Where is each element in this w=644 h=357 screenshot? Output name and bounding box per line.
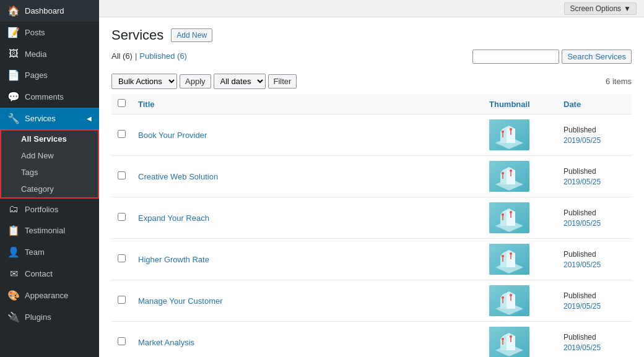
sidebar-item-comments[interactable]: 💬 Comments [0,86,99,108]
row-checkbox[interactable] [118,337,126,345]
row-checkbox-cell [111,114,132,156]
sidebar-item-contact[interactable]: ✉ Contact [0,263,99,285]
filter-published-link[interactable]: Published (6) [139,51,187,61]
services-table: Title Thumbnail Date Book Your Provider [111,94,632,357]
media-icon: 🖼 [7,48,20,59]
sidebar-item-label: Posts [25,28,45,37]
sidebar-item-posts[interactable]: 📝 Posts [0,22,99,43]
row-date-link[interactable]: 2019/05/25 [564,343,601,352]
row-date-link[interactable]: 2019/05/25 [564,219,601,228]
page-header: Services Add New [111,27,632,43]
sidebar-item-label: Comments [25,92,64,101]
header-thumbnail: Thumbnail [483,94,557,114]
table-row: Higher Growth Rate [111,239,632,280]
sidebar-item-label: Portfolios [25,205,58,214]
thumbnail-image [489,202,529,233]
row-thumbnail-cell [483,239,557,280]
svg-point-34 [502,255,504,257]
sidebar-item-team[interactable]: 👤 Team [0,241,99,263]
filter-button[interactable]: Filter [268,74,297,88]
sidebar-item-label: Plugins [25,312,51,322]
sidebar-item-add-new[interactable]: Add New [1,147,98,164]
row-checkbox-cell [111,197,132,239]
row-title-link[interactable]: Expand Your Reach [138,213,209,223]
row-checkbox-cell [111,280,132,322]
row-status: Published [564,291,625,300]
row-title-cell: Market Analysis [132,322,483,358]
row-status: Published [564,167,625,176]
contact-icon: ✉ [7,268,20,280]
svg-point-25 [502,213,504,216]
row-title-cell: Book Your Provider [132,114,483,156]
sidebar-item-pages[interactable]: 📄 Pages [0,64,99,86]
header-date: Date [557,94,632,114]
svg-point-41 [510,294,512,296]
main-area: Screen Options ▼ Services Add New All (6… [99,0,644,357]
row-status: Published [564,250,625,259]
row-date-link[interactable]: 2019/05/25 [564,178,601,186]
row-title-link[interactable]: Creative Web Solution [138,172,218,181]
sidebar-item-label: Appearance [25,291,68,300]
svg-point-14 [510,170,512,172]
sidebar-item-appearance[interactable]: 🎨 Appearance [0,285,99,306]
row-title-link[interactable]: Market Analysis [138,338,194,347]
bulk-actions-select[interactable]: Bulk Actions [111,74,177,89]
row-date-cell: Published 2019/05/25 [557,280,632,322]
plugins-icon: 🔌 [7,311,20,323]
row-checkbox[interactable] [118,171,126,179]
svg-point-52 [502,338,504,340]
table-row: Book Your Provider [111,114,632,156]
row-title-link[interactable]: Higher Growth Rate [138,255,209,264]
sidebar-item-label: Dashboard [25,6,64,15]
row-date-link[interactable]: 2019/05/25 [564,302,601,311]
row-checkbox[interactable] [118,254,126,262]
row-title-link[interactable]: Book Your Provider [138,131,207,140]
table-row: Market Analysis [111,322,632,358]
topbar: Screen Options ▼ [99,0,644,17]
sidebar-item-plugins[interactable]: 🔌 Plugins [0,306,99,328]
sidebar-item-all-services[interactable]: All Services [1,131,98,147]
sidebar-item-category[interactable]: Category [1,181,98,197]
search-services-button[interactable]: Search Services [562,49,632,64]
table-body: Book Your Provider [111,114,632,358]
row-date-cell: Published 2019/05/25 [557,239,632,280]
row-title-link[interactable]: Manage Your Customer [138,296,223,306]
chevron-icon: ◀ [87,115,92,122]
row-checkbox[interactable] [118,213,126,221]
svg-point-23 [510,211,512,213]
screen-options-button[interactable]: Screen Options ▼ [564,2,637,15]
select-all-checkbox[interactable] [118,99,126,107]
row-date-link[interactable]: 2019/05/25 [564,260,601,269]
filter-all-link[interactable]: All (6) [111,51,133,61]
apply-button[interactable]: Apply [180,74,211,88]
add-new-button[interactable]: Add New [171,28,212,42]
appearance-icon: 🎨 [7,290,20,301]
items-count: 6 items [606,77,632,86]
sidebar-item-media[interactable]: 🖼 Media [0,43,99,64]
table-row: Manage Your Customer [111,280,632,322]
row-title-cell: Expand Your Reach [132,197,483,239]
dates-select[interactable]: All dates [214,74,266,89]
services-submenu: All Services Add New Tags Category [0,129,99,199]
screen-options-label: Screen Options [570,4,621,13]
row-checkbox[interactable] [118,296,126,304]
thumbnail-image [489,327,529,357]
row-status: Published [564,126,625,134]
search-input[interactable] [472,49,559,64]
row-date-link[interactable]: 2019/05/25 [564,136,601,145]
sidebar-item-testimonial[interactable]: 📋 Testimonial [0,220,99,241]
content-area: Services Add New All (6) | Published (6)… [99,17,644,357]
sidebar-item-tags[interactable]: Tags [1,164,98,181]
search-bar: Search Services [472,49,632,64]
thumbnail-image [489,244,529,275]
sidebar-item-services[interactable]: 🔧 Services ◀ [0,108,99,129]
row-checkbox-cell [111,239,132,280]
sidebar-item-label: Testimonial [25,226,65,235]
sidebar-item-dashboard[interactable]: 🏠 Dashboard [0,0,99,22]
svg-point-16 [502,172,504,174]
row-checkbox[interactable] [118,130,126,138]
page-title: Services [111,27,163,43]
testimonial-icon: 📋 [7,225,20,236]
sidebar-item-portfolios[interactable]: 🗂 Portfolios [0,199,99,220]
table-row: Creative Web Solution [111,156,632,197]
